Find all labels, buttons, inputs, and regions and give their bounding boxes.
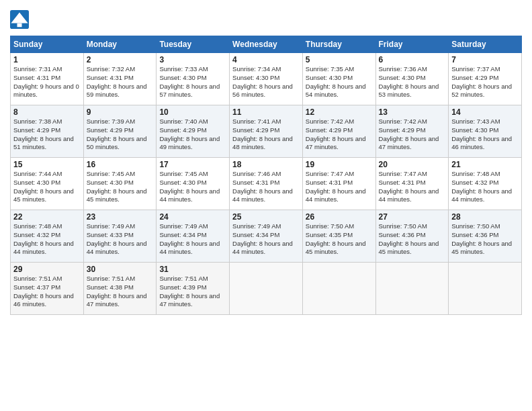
daylight-text: Daylight: 8 hours and 51 minutes. xyxy=(13,135,81,152)
calendar-cell: 21 Sunrise: 7:48 AM Sunset: 4:32 PM Dayl… xyxy=(449,158,522,210)
sunset-text: Sunset: 4:29 PM xyxy=(232,126,300,135)
sunset-text: Sunset: 4:32 PM xyxy=(451,179,519,187)
daylight-text: Daylight: 8 hours and 54 minutes. xyxy=(306,83,373,100)
day-number: 18 xyxy=(232,160,300,169)
calendar-week-row: 29 Sunrise: 7:51 AM Sunset: 4:37 PM Dayl… xyxy=(11,263,522,315)
sunrise-text: Sunrise: 7:50 AM xyxy=(379,222,446,231)
sunset-text: Sunset: 4:31 PM xyxy=(13,74,81,83)
sunrise-text: Sunrise: 7:39 AM xyxy=(87,118,154,126)
calendar-cell: 12 Sunrise: 7:42 AM Sunset: 4:29 PM Dayl… xyxy=(302,105,375,158)
day-info: Sunrise: 7:41 AM Sunset: 4:29 PM Dayligh… xyxy=(232,118,300,152)
sunrise-text: Sunrise: 7:31 AM xyxy=(13,65,81,74)
sunset-text: Sunset: 4:30 PM xyxy=(306,74,373,83)
sunset-text: Sunset: 4:30 PM xyxy=(159,179,226,187)
day-info: Sunrise: 7:38 AM Sunset: 4:29 PM Dayligh… xyxy=(13,118,81,152)
sunset-text: Sunset: 4:29 PM xyxy=(13,126,81,135)
day-number: 24 xyxy=(159,212,226,222)
calendar-cell: 14 Sunrise: 7:43 AM Sunset: 4:30 PM Dayl… xyxy=(449,105,522,158)
calendar-cell: 16 Sunrise: 7:45 AM Sunset: 4:30 PM Dayl… xyxy=(83,158,157,210)
sunset-text: Sunset: 4:29 PM xyxy=(87,126,154,135)
calendar-cell: 7 Sunrise: 7:37 AM Sunset: 4:29 PM Dayli… xyxy=(449,53,522,105)
day-info: Sunrise: 7:50 AM Sunset: 4:36 PM Dayligh… xyxy=(451,222,519,257)
weekday-header: Friday xyxy=(375,36,449,53)
sunset-text: Sunset: 4:30 PM xyxy=(87,179,154,187)
sunrise-text: Sunrise: 7:42 AM xyxy=(379,118,446,126)
calendar-cell: 31 Sunrise: 7:51 AM Sunset: 4:39 PM Dayl… xyxy=(157,263,230,315)
calendar-cell xyxy=(375,263,449,315)
daylight-text: Daylight: 8 hours and 44 minutes. xyxy=(87,240,154,257)
sunset-text: Sunset: 4:31 PM xyxy=(87,74,154,83)
day-number: 25 xyxy=(232,212,300,222)
header xyxy=(10,10,522,29)
calendar-cell: 23 Sunrise: 7:49 AM Sunset: 4:33 PM Dayl… xyxy=(83,210,157,263)
sunset-text: Sunset: 4:29 PM xyxy=(451,74,519,83)
sunrise-text: Sunrise: 7:48 AM xyxy=(13,222,81,231)
sunrise-text: Sunrise: 7:44 AM xyxy=(13,170,81,179)
day-number: 31 xyxy=(159,265,226,274)
calendar-cell: 11 Sunrise: 7:41 AM Sunset: 4:29 PM Dayl… xyxy=(230,105,303,158)
sunrise-text: Sunrise: 7:34 AM xyxy=(232,65,300,74)
day-info: Sunrise: 7:33 AM Sunset: 4:30 PM Dayligh… xyxy=(159,65,226,99)
calendar-cell: 5 Sunrise: 7:35 AM Sunset: 4:30 PM Dayli… xyxy=(302,53,375,105)
calendar-cell: 15 Sunrise: 7:44 AM Sunset: 4:30 PM Dayl… xyxy=(11,158,84,210)
daylight-text: Daylight: 8 hours and 44 minutes. xyxy=(451,187,519,205)
calendar-week-row: 15 Sunrise: 7:44 AM Sunset: 4:30 PM Dayl… xyxy=(11,158,522,210)
sunrise-text: Sunrise: 7:46 AM xyxy=(232,170,300,179)
daylight-text: Daylight: 8 hours and 45 minutes. xyxy=(87,187,154,205)
calendar-cell: 18 Sunrise: 7:46 AM Sunset: 4:31 PM Dayl… xyxy=(230,158,303,210)
daylight-text: Daylight: 8 hours and 57 minutes. xyxy=(159,83,226,100)
day-number: 29 xyxy=(13,265,81,274)
sunrise-text: Sunrise: 7:43 AM xyxy=(451,118,519,126)
calendar-cell: 2 Sunrise: 7:32 AM Sunset: 4:31 PM Dayli… xyxy=(83,53,157,105)
day-info: Sunrise: 7:51 AM Sunset: 4:39 PM Dayligh… xyxy=(159,275,226,309)
day-number: 10 xyxy=(159,107,226,117)
calendar-cell: 9 Sunrise: 7:39 AM Sunset: 4:29 PM Dayli… xyxy=(83,105,157,158)
day-info: Sunrise: 7:48 AM Sunset: 4:32 PM Dayligh… xyxy=(13,222,81,257)
day-info: Sunrise: 7:51 AM Sunset: 4:37 PM Dayligh… xyxy=(13,275,81,309)
sunset-text: Sunset: 4:31 PM xyxy=(379,179,446,187)
day-info: Sunrise: 7:46 AM Sunset: 4:31 PM Dayligh… xyxy=(232,170,300,204)
day-number: 22 xyxy=(13,212,81,222)
day-info: Sunrise: 7:31 AM Sunset: 4:31 PM Dayligh… xyxy=(13,65,81,99)
sunrise-text: Sunrise: 7:48 AM xyxy=(451,170,519,179)
calendar-cell: 28 Sunrise: 7:50 AM Sunset: 4:36 PM Dayl… xyxy=(449,210,522,263)
weekday-header: Monday xyxy=(83,36,157,53)
daylight-text: Daylight: 8 hours and 45 minutes. xyxy=(379,240,446,257)
day-number: 23 xyxy=(87,212,154,222)
day-info: Sunrise: 7:39 AM Sunset: 4:29 PM Dayligh… xyxy=(87,118,154,152)
weekday-header: Wednesday xyxy=(230,36,303,53)
calendar-cell: 3 Sunrise: 7:33 AM Sunset: 4:30 PM Dayli… xyxy=(157,53,230,105)
sunset-text: Sunset: 4:30 PM xyxy=(159,74,226,83)
day-number: 13 xyxy=(379,107,446,117)
sunrise-text: Sunrise: 7:49 AM xyxy=(232,222,300,231)
day-info: Sunrise: 7:36 AM Sunset: 4:30 PM Dayligh… xyxy=(379,65,446,99)
day-number: 5 xyxy=(306,55,373,64)
day-info: Sunrise: 7:42 AM Sunset: 4:29 PM Dayligh… xyxy=(379,118,446,152)
calendar-cell xyxy=(302,263,375,315)
page: SundayMondayTuesdayWednesdayThursdayFrid… xyxy=(0,0,532,411)
daylight-text: Daylight: 8 hours and 47 minutes. xyxy=(379,135,446,152)
sunrise-text: Sunrise: 7:35 AM xyxy=(306,65,373,74)
sunrise-text: Sunrise: 7:50 AM xyxy=(306,222,373,231)
sunrise-text: Sunrise: 7:37 AM xyxy=(451,65,519,74)
sunset-text: Sunset: 4:32 PM xyxy=(13,231,81,240)
sunrise-text: Sunrise: 7:51 AM xyxy=(13,275,81,283)
weekday-header-row: SundayMondayTuesdayWednesdayThursdayFrid… xyxy=(11,36,522,53)
day-number: 11 xyxy=(232,107,300,117)
day-info: Sunrise: 7:37 AM Sunset: 4:29 PM Dayligh… xyxy=(451,65,519,99)
daylight-text: Daylight: 8 hours and 47 minutes. xyxy=(306,135,373,152)
day-info: Sunrise: 7:45 AM Sunset: 4:30 PM Dayligh… xyxy=(87,170,154,204)
sunset-text: Sunset: 4:30 PM xyxy=(451,126,519,135)
day-info: Sunrise: 7:32 AM Sunset: 4:31 PM Dayligh… xyxy=(87,65,154,99)
calendar-cell: 26 Sunrise: 7:50 AM Sunset: 4:35 PM Dayl… xyxy=(302,210,375,263)
day-number: 2 xyxy=(87,55,154,64)
day-info: Sunrise: 7:47 AM Sunset: 4:31 PM Dayligh… xyxy=(306,170,373,204)
day-info: Sunrise: 7:44 AM Sunset: 4:30 PM Dayligh… xyxy=(13,170,81,204)
sunrise-text: Sunrise: 7:51 AM xyxy=(87,275,154,283)
sunset-text: Sunset: 4:30 PM xyxy=(13,179,81,187)
day-info: Sunrise: 7:47 AM Sunset: 4:31 PM Dayligh… xyxy=(379,170,446,204)
daylight-text: Daylight: 8 hours and 48 minutes. xyxy=(232,135,300,152)
sunrise-text: Sunrise: 7:49 AM xyxy=(87,222,154,231)
calendar-week-row: 1 Sunrise: 7:31 AM Sunset: 4:31 PM Dayli… xyxy=(11,53,522,105)
logo xyxy=(10,10,32,29)
